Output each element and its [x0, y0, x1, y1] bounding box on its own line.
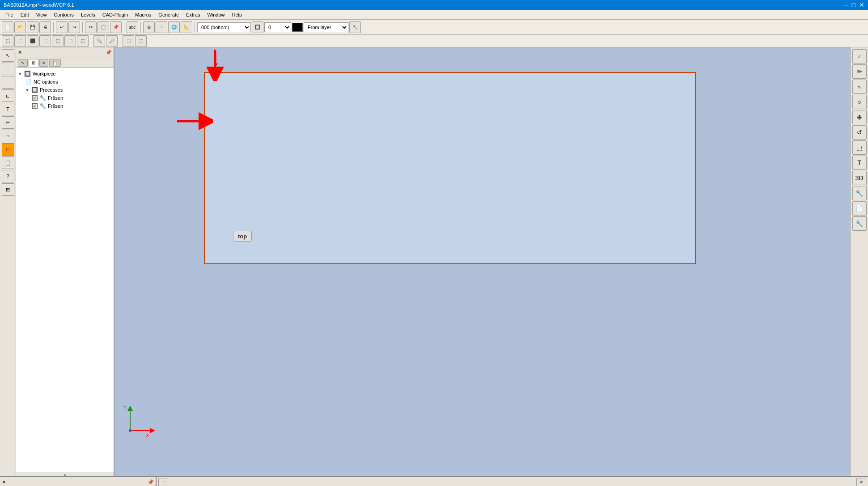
main-toolbar: 📄 📂 💾 🖨 ↩ ↪ ✂ 📋 📌 abc ⊕ ○ 🌐 📐 000 (botto…: [0, 20, 868, 35]
main-layout: ↖ ⬜ — ⊏ T ✏ ○ □ 📋 ? ⊞ ✕ 📌 ↖ ⊞ ≡ 📋 ▼ 🔲 Wo…: [0, 47, 868, 476]
view-btn6[interactable]: ⬚: [64, 35, 76, 47]
right-btn-2[interactable]: ✏: [852, 64, 867, 79]
copy-button[interactable]: 📋: [97, 21, 109, 33]
right-btn-6[interactable]: ↺: [852, 125, 867, 139]
menu-window[interactable]: Window: [203, 11, 228, 18]
view-btn4[interactable]: ⬚: [39, 35, 51, 47]
right-btn-1[interactable]: ⟋: [852, 49, 867, 63]
bottom-right-header: ⬚ ✕: [157, 477, 868, 486]
circle-btn[interactable]: ○: [156, 21, 167, 33]
menu-levels[interactable]: Levels: [77, 11, 99, 18]
tree-tab1[interactable]: ↖: [18, 59, 28, 67]
view-btn1[interactable]: ⬚: [2, 35, 13, 47]
frassen1-checkbox[interactable]: ✓: [32, 95, 38, 101]
right-btn-12[interactable]: 🔧: [852, 216, 867, 231]
main-canvas[interactable]: ↓ top: [114, 47, 850, 476]
close-props-btn[interactable]: ✕: [856, 478, 866, 486]
extra-tool[interactable]: ⊞: [2, 183, 14, 196]
save-button[interactable]: 💾: [27, 21, 38, 33]
processes-icon: 🔲: [31, 87, 38, 93]
props-icon-btn[interactable]: ⬚: [158, 478, 168, 486]
minimize-button[interactable]: ─: [844, 1, 848, 8]
text-btn[interactable]: abc: [127, 21, 138, 33]
zoom-btn2[interactable]: 🔎: [106, 35, 118, 47]
open-button[interactable]: 📂: [14, 21, 26, 33]
layer-icon[interactable]: 🔲: [252, 21, 263, 33]
zoom-btn1[interactable]: 🔍: [93, 35, 105, 47]
right-btn-5[interactable]: ⊕: [852, 110, 867, 124]
layer-select[interactable]: 000 (bottom): [197, 22, 251, 32]
right-btn-8[interactable]: T: [852, 156, 867, 170]
paste-button[interactable]: 📌: [110, 21, 122, 33]
tree-tab2[interactable]: ⊞: [29, 59, 38, 67]
tree-node-nc-options[interactable]: 📄 NC options: [25, 78, 112, 86]
tree-close-icon[interactable]: ✕: [18, 50, 22, 55]
help-tool[interactable]: ?: [2, 170, 14, 182]
from-layer-select[interactable]: From layer: [304, 22, 348, 32]
redo-button[interactable]: ↪: [68, 21, 80, 33]
undo-button[interactable]: ↩: [56, 21, 68, 33]
canvas-area: ↓ top: [114, 47, 850, 476]
view-toolbar: ⬚ ⬚ ⬛ ⬚ ⬚ ⬚ ⬚ 🔍 🔎 ⬚ ⬚: [0, 35, 868, 47]
view-btn7[interactable]: ⬚: [77, 35, 89, 47]
tree-node-workpiece[interactable]: ▼ 🔲 Workpiece: [18, 70, 112, 78]
view-extra1[interactable]: ⬚: [123, 35, 134, 47]
frassen1-label: Fräsen: [48, 95, 63, 101]
tree-tab4[interactable]: 📋: [49, 59, 61, 67]
menu-help[interactable]: Help: [229, 11, 246, 18]
tree-content: ▼ 🔲 Workpiece 📄 NC options ▼ 🔲 Processes…: [16, 68, 114, 473]
workpiece-tool[interactable]: ⬜: [2, 63, 14, 75]
menu-extras[interactable]: Extras: [182, 11, 203, 18]
window-controls: ─ □ ✕: [844, 1, 864, 8]
tree-node-frassen2[interactable]: ✓ 🔧 Fräsen: [32, 102, 112, 110]
menu-macros[interactable]: Macros: [131, 11, 155, 18]
menu-generate[interactable]: Generate: [155, 11, 182, 18]
view-btn2[interactable]: ⬚: [14, 35, 26, 47]
right-btn-10[interactable]: 🔧: [852, 186, 867, 200]
line-tool[interactable]: —: [2, 76, 14, 89]
draw-tool[interactable]: ✏: [2, 116, 14, 129]
menu-view[interactable]: View: [33, 11, 51, 18]
new-button[interactable]: 📄: [2, 21, 13, 33]
tree-resize-handle[interactable]: ▲: [16, 473, 114, 476]
maximize-button[interactable]: □: [852, 1, 855, 8]
view-btn5[interactable]: ⬚: [52, 35, 64, 47]
circle-tool[interactable]: ○: [2, 130, 14, 142]
layer-extra-btn[interactable]: 🔧: [349, 21, 361, 33]
cut-button[interactable]: ✂: [85, 21, 97, 33]
menu-file[interactable]: File: [2, 11, 17, 18]
tree-tab3[interactable]: ≡: [39, 59, 48, 67]
text-tool[interactable]: T: [2, 103, 14, 115]
tree-node-processes[interactable]: ▼ 🔲 Processes: [25, 86, 112, 94]
snap-btn[interactable]: ⊕: [143, 21, 155, 33]
right-btn-9[interactable]: 3D: [852, 171, 867, 185]
tree-header: ✕ 📌: [16, 47, 114, 58]
view-btn3[interactable]: ⬛: [27, 35, 38, 47]
measure-btn[interactable]: 📐: [181, 21, 192, 33]
print-button[interactable]: 🖨: [39, 21, 51, 33]
close-button[interactable]: ✕: [859, 1, 864, 8]
title-bar: BAS0012A.mpr*- woodWOP 8.1 ─ □ ✕: [0, 0, 868, 10]
select-tool[interactable]: ↖: [2, 49, 14, 62]
color-select[interactable]: 0: [264, 22, 291, 32]
contour-tool[interactable]: ⊏: [2, 89, 14, 102]
svg-text:Y: Y: [123, 405, 127, 410]
frassen2-checkbox[interactable]: ✓: [32, 103, 38, 109]
nc-options-label: NC options: [34, 79, 58, 85]
tree-node-frassen1[interactable]: ✓ 🔧 Fräsen: [32, 94, 112, 102]
menu-cad-plugin[interactable]: CAD-Plugin: [99, 11, 131, 18]
view-extra2[interactable]: ⬚: [135, 35, 147, 47]
right-btn-4[interactable]: ○: [852, 95, 867, 109]
right-btn-3[interactable]: ↖: [852, 80, 867, 94]
right-btn-7[interactable]: ⬚: [852, 140, 867, 155]
pin-3d-icon[interactable]: 📌: [148, 479, 154, 485]
doc-tool[interactable]: 📋: [2, 156, 14, 169]
menu-contours[interactable]: Contours: [50, 11, 77, 18]
globe-btn[interactable]: 🌐: [168, 21, 180, 33]
close-3d-icon[interactable]: ✕: [2, 479, 6, 485]
right-btn-11[interactable]: 📄: [852, 201, 867, 216]
menu-edit[interactable]: Edit: [17, 11, 33, 18]
color-preview: [292, 23, 303, 32]
tree-pin-icon[interactable]: 📌: [106, 50, 112, 55]
rect-tool[interactable]: □: [2, 143, 14, 156]
